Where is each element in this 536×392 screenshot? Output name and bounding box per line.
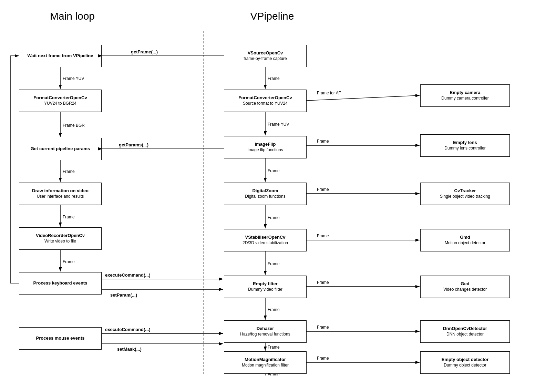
label-vp-frame2: Frame bbox=[268, 168, 280, 173]
diagram-container: Main loop VPipeline Wait next frame from… bbox=[0, 3, 536, 375]
digital-zoom-node: DigitalZoom Digital zoom functions bbox=[224, 183, 307, 205]
main-loop-label: Main loop bbox=[21, 10, 124, 22]
label-frame-ml3: Frame bbox=[63, 259, 75, 264]
label-setmask: setMask(...) bbox=[117, 347, 142, 352]
label-frame-comp4: Frame bbox=[317, 280, 329, 285]
label-frame-comp6: Frame bbox=[317, 356, 329, 361]
label-getframe: getFrame(...) bbox=[131, 49, 158, 54]
label-frame-comp5: Frame bbox=[317, 325, 329, 330]
label-execute-cmd-kb: executeCommand(...) bbox=[105, 272, 150, 278]
dnn-detector-node: DnnOpenCvDetector DNN object detector bbox=[420, 320, 510, 343]
label-vp-frameyuv: Frame YUV bbox=[268, 122, 289, 127]
empty-detector-node: Empty object detector Dummy object detec… bbox=[420, 351, 510, 374]
format-converter-vp-node: FormatConverterOpenCv Source format to Y… bbox=[224, 90, 307, 112]
vsource-node: VSourceOpenCv frame-by-frame capture bbox=[224, 45, 307, 67]
label-execute-cmd-mouse: executeCommand(...) bbox=[105, 327, 150, 332]
ged-node: Ged Video changes detector bbox=[420, 276, 510, 298]
label-setparam: setParam(...) bbox=[110, 292, 137, 298]
label-frame-bgr: Frame BGR bbox=[63, 123, 85, 128]
arrow-format-to-camera bbox=[307, 95, 420, 101]
get-params-node: Get current pipeline params bbox=[19, 138, 102, 160]
label-vp-frame3: Frame bbox=[268, 215, 280, 220]
draw-info-node: Draw information on video User interface… bbox=[19, 183, 102, 205]
empty-lens-node: Empty lens Dummy lens controller bbox=[420, 134, 510, 157]
wait-frame-node: Wait next frame from VPipeline bbox=[19, 45, 102, 67]
label-frame-comp1: Frame bbox=[317, 139, 329, 144]
gmd-node: Gmd Motion object detector bbox=[420, 229, 510, 251]
label-frame-yuv-ml: Frame YUV bbox=[63, 76, 84, 81]
vstabiliser-node: VStabiliserOpenCv 2D/3D video stabilizat… bbox=[224, 229, 307, 251]
label-vp-frame4: Frame bbox=[268, 261, 280, 266]
label-frame-comp2: Frame bbox=[317, 187, 329, 192]
label-frame-ml: Frame bbox=[63, 169, 75, 174]
label-getparams: getParams(...) bbox=[119, 142, 148, 147]
label-frame-for-af: Frame for AF bbox=[317, 91, 341, 95]
format-converter-ml-node: FormatConverterOpenCv YUV24 to BGR24 bbox=[19, 90, 102, 112]
motion-magnificator-node: MotionMagnificator Motion magnification … bbox=[224, 351, 307, 374]
cv-tracker-node: CvTracker Single object video tracking bbox=[420, 183, 510, 205]
label-vp-frame5: Frame bbox=[268, 307, 280, 312]
image-flip-node: ImageFlip Image flip functions bbox=[224, 136, 307, 158]
label-frame-ml2: Frame bbox=[63, 215, 75, 219]
mouse-events-node: Process mouse events bbox=[19, 327, 102, 350]
keyboard-events-node: Process keyboard events bbox=[19, 272, 102, 295]
label-frame-comp3: Frame bbox=[317, 234, 329, 238]
empty-filter-node: Empty filter Dummy video filter bbox=[224, 276, 307, 298]
label-vp-frame1: Frame bbox=[268, 76, 280, 81]
empty-camera-node: Empty camera Dummy camera controller bbox=[420, 84, 510, 107]
label-vp-frame6: Frame bbox=[268, 345, 280, 350]
dehazer-node: Dehazer Haze/fog removal functions bbox=[224, 320, 307, 343]
video-recorder-node: VideoRecorderOpenCv Write video to file bbox=[19, 227, 102, 250]
vpipeline-label: VPipeline bbox=[220, 10, 324, 22]
